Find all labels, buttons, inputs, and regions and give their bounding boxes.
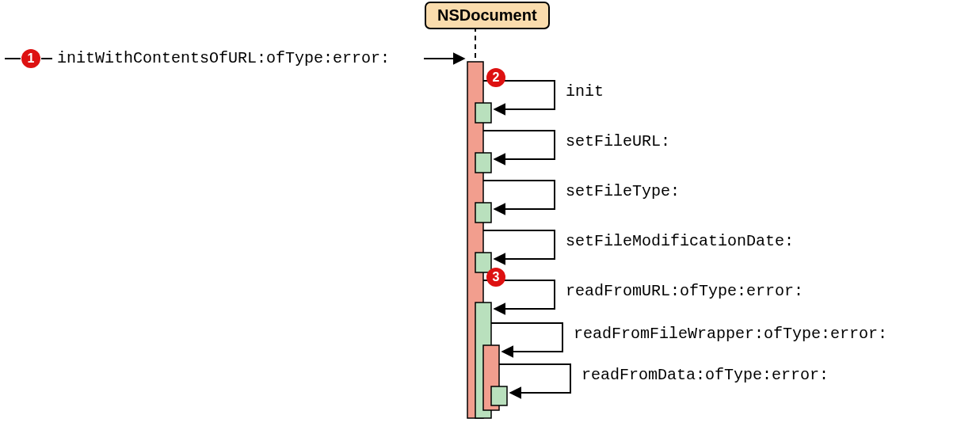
- badge-number: 1: [28, 51, 35, 65]
- label-init: init: [566, 82, 604, 101]
- svg-rect-7: [475, 203, 491, 223]
- svg-rect-5: [475, 103, 491, 123]
- label-entry-method: initWithContentsOfURL:ofType:error:: [57, 49, 390, 67]
- label-readfromdata: readFromData:ofType:error:: [582, 366, 829, 384]
- label-setfileurl: setFileURL:: [566, 132, 670, 150]
- svg-rect-6: [475, 153, 491, 173]
- class-box-nsdocument: NSDocument: [425, 2, 550, 29]
- label-readfromfilewrapper: readFromFileWrapper:ofType:error:: [574, 325, 887, 343]
- badge-number: 2: [493, 70, 500, 84]
- class-name: NSDocument: [437, 6, 537, 24]
- label-readfromurl: readFromURL:ofType:error:: [566, 282, 803, 300]
- label-setfilemodificationdate: setFileModificationDate:: [566, 232, 794, 250]
- svg-rect-11: [491, 386, 507, 405]
- step-badge-2: 2: [486, 68, 505, 87]
- badge-number: 3: [493, 270, 500, 283]
- label-setfiletype: setFileType:: [566, 182, 680, 200]
- step-badge-3: 3: [486, 268, 505, 287]
- step-badge-1: 1: [21, 49, 40, 68]
